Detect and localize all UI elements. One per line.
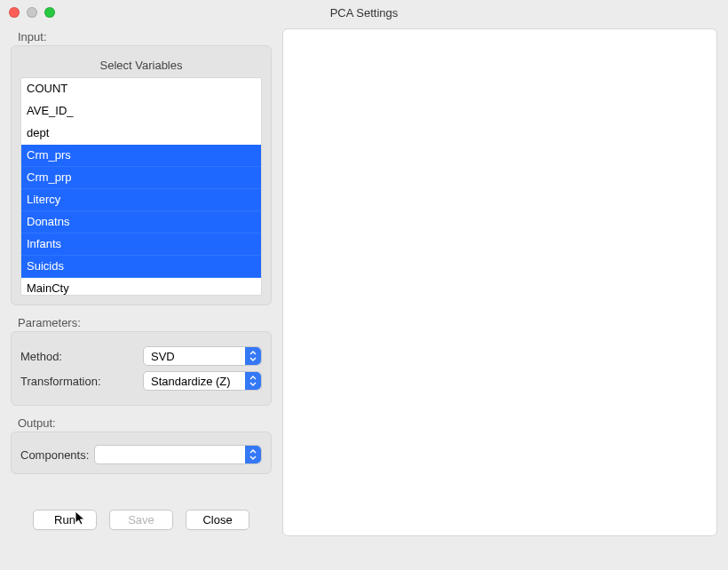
variable-item-Litercy[interactable]: Litercy (21, 189, 261, 211)
variable-item-Infants[interactable]: Infants (21, 234, 261, 256)
variable-item-MainCty[interactable]: MainCty (21, 278, 261, 296)
titlebar: PCA Settings (0, 0, 728, 25)
variables-list[interactable]: COUNTAVE_ID_deptCrm_prsCrm_prpLitercyDon… (20, 77, 262, 296)
variable-item-COUNT[interactable]: COUNT (21, 78, 261, 100)
chevron-up-down-icon (245, 446, 261, 463)
parameters-section-label: Parameters: (18, 316, 272, 329)
chevron-up-down-icon (245, 372, 261, 390)
method-label: Method: (20, 350, 136, 363)
variable-item-AVE_ID_[interactable]: AVE_ID_ (21, 100, 261, 123)
variable-item-Donatns[interactable]: Donatns (21, 211, 261, 234)
transformation-row: Transformation: Standardize (Z) (20, 371, 262, 391)
zoom-window-button[interactable] (44, 7, 55, 18)
window-controls (9, 7, 55, 18)
input-section: Input: Select Variables COUNTAVE_ID_dept… (11, 28, 272, 305)
minimize-window-button[interactable] (27, 7, 37, 18)
variable-item-Crm_prp[interactable]: Crm_prp (21, 167, 261, 189)
input-section-label: Input: (18, 30, 272, 44)
input-panel: Select Variables COUNTAVE_ID_deptCrm_prs… (11, 45, 272, 305)
transformation-label: Transformation: (20, 375, 136, 388)
transformation-value: Standardize (Z) (151, 375, 231, 388)
variables-header: Select Variables (20, 55, 262, 77)
parameters-section: Parameters: Method: SVD Transformation: … (11, 314, 272, 406)
method-value: SVD (151, 350, 175, 363)
window-title: PCA Settings (7, 6, 721, 20)
button-row: Run Save Close (11, 510, 272, 530)
variable-item-Suicids[interactable]: Suicids (21, 256, 261, 278)
transformation-select[interactable]: Standardize (Z) (143, 371, 262, 391)
output-panel: Components: (11, 431, 272, 474)
close-window-button[interactable] (9, 7, 20, 18)
components-select[interactable] (94, 445, 262, 464)
parameters-panel: Method: SVD Transformation: Standardize … (11, 331, 272, 406)
variable-item-dept[interactable]: dept (21, 123, 261, 145)
close-button[interactable]: Close (186, 510, 249, 530)
variable-item-Crm_prs[interactable]: Crm_prs (21, 145, 261, 167)
output-section: Output: Components: (11, 415, 272, 474)
content: Input: Select Variables COUNTAVE_ID_dept… (0, 25, 728, 570)
right-column (282, 28, 717, 559)
components-row: Components: (20, 445, 262, 464)
run-button[interactable]: Run (33, 510, 97, 530)
chevron-up-down-icon (245, 347, 261, 365)
save-button[interactable]: Save (109, 510, 173, 530)
left-column: Input: Select Variables COUNTAVE_ID_dept… (11, 28, 272, 559)
preview-panel (282, 28, 717, 536)
output-section-label: Output: (18, 416, 272, 430)
method-row: Method: SVD (20, 346, 262, 366)
components-label: Components: (20, 448, 89, 462)
method-select[interactable]: SVD (143, 346, 262, 366)
